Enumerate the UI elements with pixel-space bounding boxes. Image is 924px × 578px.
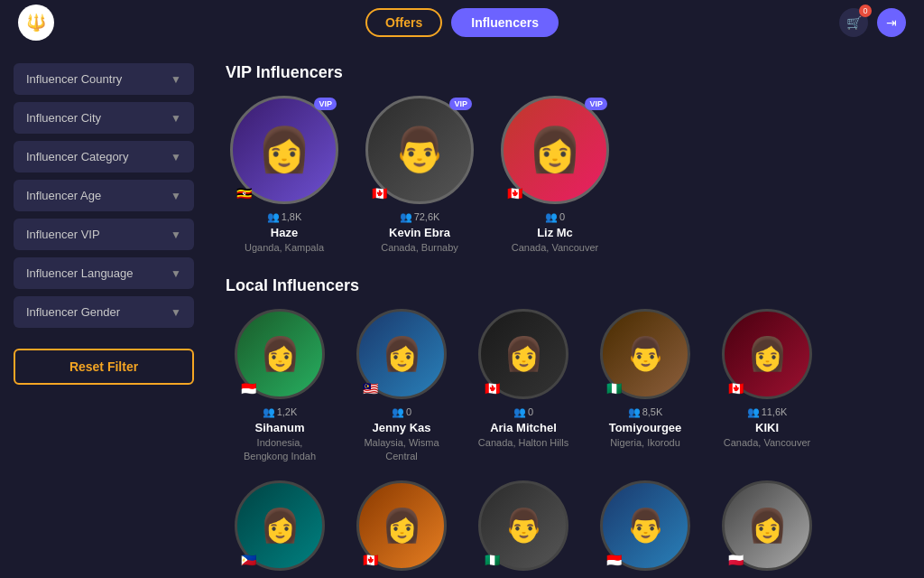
avatar-wrapper: 👩 🇵🇱 bbox=[722, 480, 812, 571]
filter-label: Influencer VIP bbox=[26, 228, 100, 241]
influencer-name: Aria Mitchel bbox=[490, 421, 557, 434]
header-icons: 🛒 0 ⇥ bbox=[839, 8, 906, 37]
flag-badge: 🇨🇦 bbox=[504, 186, 524, 200]
local-section-title: Local Influencers bbox=[226, 276, 906, 295]
influencer-card[interactable]: 👩 VIP 🇺🇬 👥1,8K Haze Uganda, Kampala bbox=[226, 96, 343, 254]
avatar-wrapper: 👩 🇨🇦 bbox=[356, 480, 447, 571]
flag-badge: 🇨🇦 bbox=[725, 381, 745, 396]
vip-section: VIP Influencers 👩 VIP 🇺🇬 👥1,8K Haze Ugan… bbox=[226, 63, 906, 254]
local-influencers-row2: 👩 🇵🇭 👥1K Danni Philippines, Davao del Su… bbox=[226, 480, 906, 578]
tab-offers[interactable]: Offers bbox=[365, 8, 442, 37]
nav-tabs: Offers Influencers bbox=[365, 8, 559, 37]
vip-badge: VIP bbox=[449, 98, 472, 110]
influencer-location: Canada, Halton Hills bbox=[478, 436, 568, 449]
local-section: Local Influencers 👩 🇮🇩 👥1,2K Sihanum Ind… bbox=[226, 276, 906, 578]
flag-badge: 🇵🇭 bbox=[238, 553, 258, 567]
influencer-card[interactable]: 👩 🇨🇦 👥11,6K KIKI Canada, Vancouver bbox=[713, 309, 821, 462]
filter-label: Influencer Language bbox=[26, 266, 134, 280]
local-influencers-row1: 👩 🇮🇩 👥1,2K Sihanum Indonesia,Bengkong In… bbox=[226, 309, 906, 462]
influencer-location: Canada, Vancouver bbox=[512, 241, 598, 254]
vip-section-title: VIP Influencers bbox=[226, 63, 906, 82]
influencer-name: Sihanum bbox=[255, 421, 305, 434]
influencer-location: Indonesia,Bengkong Indah bbox=[244, 436, 316, 462]
cart-badge: 0 bbox=[859, 5, 872, 17]
influencer-name: Haze bbox=[271, 226, 298, 239]
flag-badge: 🇨🇦 bbox=[369, 186, 389, 200]
filter-label: Influencer City bbox=[26, 111, 101, 125]
followers-count: 👥0 bbox=[545, 211, 565, 223]
influencer-card[interactable]: 👩 🇲🇾 👥0 Jenny Kas Malaysia, Wisma Centra… bbox=[347, 309, 456, 462]
filter-gender[interactable]: Influencer Gender▼ bbox=[14, 296, 194, 328]
tab-influencers[interactable]: Influencers bbox=[451, 8, 559, 37]
influencer-name: Kevin Ebra bbox=[389, 226, 450, 239]
flag-badge: 🇵🇱 bbox=[725, 553, 745, 567]
avatar-wrapper: 👩 🇮🇩 bbox=[235, 309, 325, 399]
vip-badge: VIP bbox=[314, 98, 337, 110]
influencer-location: Uganda, Kampala bbox=[245, 241, 324, 254]
influencer-card[interactable]: 👩 🇮🇩 👥1,2K Sihanum Indonesia,Bengkong In… bbox=[226, 309, 334, 462]
filter-vip[interactable]: Influencer VIP▼ bbox=[14, 219, 194, 250]
influencer-card[interactable]: 👨 VIP 🇨🇦 👥72,6K Kevin Ebra Canada, Burna… bbox=[361, 96, 478, 254]
followers-count: 👥72,6K bbox=[400, 211, 440, 223]
followers-count: 👥1,8K bbox=[267, 211, 302, 223]
filter-category[interactable]: Influencer Category▼ bbox=[14, 141, 194, 172]
vip-badge: VIP bbox=[585, 98, 607, 110]
cart-button[interactable]: 🛒 0 bbox=[839, 8, 868, 37]
filter-city[interactable]: Influencer City▼ bbox=[14, 102, 194, 134]
flag-badge: 🇮🇩 bbox=[604, 553, 624, 567]
influencer-name: KIKI bbox=[755, 421, 779, 434]
influencer-location: Nigeria, Ikorodu bbox=[610, 436, 680, 449]
flag-badge: 🇳🇬 bbox=[604, 381, 624, 396]
vip-influencers-grid: 👩 VIP 🇺🇬 👥1,8K Haze Uganda, Kampala 👨 VI… bbox=[226, 96, 906, 254]
flag-badge: 🇨🇦 bbox=[482, 381, 502, 396]
influencer-name: Jenny Kas bbox=[372, 421, 430, 434]
filter-language[interactable]: Influencer Language▼ bbox=[14, 257, 194, 289]
reset-filter-button[interactable]: Reset Filter bbox=[14, 349, 194, 385]
filter-list: Influencer Country▼Influencer City▼Influ… bbox=[14, 63, 194, 328]
filter-label: Influencer Gender bbox=[26, 305, 120, 319]
chevron-down-icon: ▼ bbox=[171, 228, 181, 241]
followers-count: 👥0 bbox=[513, 406, 533, 418]
logo-icon: 🔱 bbox=[26, 13, 46, 33]
main-layout: Influencer Country▼Influencer City▼Influ… bbox=[0, 45, 924, 578]
avatar-wrapper: 👨 🇳🇬 bbox=[478, 480, 568, 571]
influencer-card[interactable]: 👩 🇵🇭 👥1K Danni Philippines, Davao del Su… bbox=[226, 480, 334, 578]
influencer-location: Canada, Burnaby bbox=[381, 241, 458, 254]
influencer-card[interactable]: 👨 🇳🇬 👥0 0kwaspecial Nigeria, 220101 bbox=[469, 480, 578, 578]
avatar-wrapper: 👩 🇲🇾 bbox=[356, 309, 447, 399]
chevron-down-icon: ▼ bbox=[171, 73, 181, 86]
chevron-down-icon: ▼ bbox=[171, 112, 181, 125]
flag-badge: 🇺🇬 bbox=[234, 186, 254, 200]
influencer-card[interactable]: 👨 🇳🇬 👥8,5K Tomiyourgee Nigeria, Ikorodu bbox=[591, 309, 699, 462]
chevron-down-icon: ▼ bbox=[171, 267, 181, 280]
avatar-wrapper: 👩 VIP 🇺🇬 bbox=[230, 96, 338, 204]
followers-count: 👥11,6K bbox=[747, 406, 788, 418]
filter-age[interactable]: Influencer Age▼ bbox=[14, 180, 194, 211]
influencer-name: Tomiyourgee bbox=[609, 421, 682, 434]
content: VIP Influencers 👩 VIP 🇺🇬 👥1,8K Haze Ugan… bbox=[208, 54, 924, 578]
login-button[interactable]: ⇥ bbox=[877, 8, 906, 37]
influencer-card[interactable]: 👩 🇨🇦 👥0 Aria Mitchel Canada, Halton Hill… bbox=[469, 309, 578, 462]
followers-count: 👥0 bbox=[392, 406, 411, 418]
flag-badge: 🇳🇬 bbox=[482, 553, 502, 567]
influencer-card[interactable]: 👨 🇮🇩 👥2,8K Mhmdrfiihsna Indonesia, West … bbox=[591, 480, 699, 578]
filter-country[interactable]: Influencer Country▼ bbox=[14, 63, 194, 95]
flag-badge: 🇮🇩 bbox=[238, 381, 258, 396]
influencer-card[interactable]: 👩 VIP 🇨🇦 👥0 Liz Mc Canada, Vancouver bbox=[496, 96, 614, 254]
avatar-wrapper: 👩 🇨🇦 bbox=[722, 309, 812, 399]
logo[interactable]: 🔱 bbox=[18, 5, 54, 41]
chevron-down-icon: ▼ bbox=[171, 151, 181, 163]
flag-badge: 🇨🇦 bbox=[360, 553, 380, 567]
avatar-wrapper: 👨 🇮🇩 bbox=[600, 480, 690, 571]
avatar-wrapper: 👨 🇳🇬 bbox=[600, 309, 690, 399]
avatar-wrapper: 👨 VIP 🇨🇦 bbox=[365, 96, 474, 204]
influencer-location: Malaysia, Wisma Central bbox=[347, 436, 456, 462]
flag-badge: 🇲🇾 bbox=[360, 381, 380, 396]
influencer-card[interactable]: 👩 🇨🇦 👥0 Catherine Te Canada, Keremeos bbox=[347, 480, 456, 578]
filter-label: Influencer Age bbox=[26, 189, 101, 202]
avatar-wrapper: 👩 VIP 🇨🇦 bbox=[501, 96, 609, 204]
followers-count: 👥1,2K bbox=[263, 406, 298, 418]
filter-label: Influencer Country bbox=[26, 72, 122, 86]
avatar-wrapper: 👩 🇨🇦 bbox=[478, 309, 568, 399]
influencer-card[interactable]: 👩 🇵🇱 👥0 Olivia Smith Poland, 01-208 Wars… bbox=[713, 480, 821, 578]
